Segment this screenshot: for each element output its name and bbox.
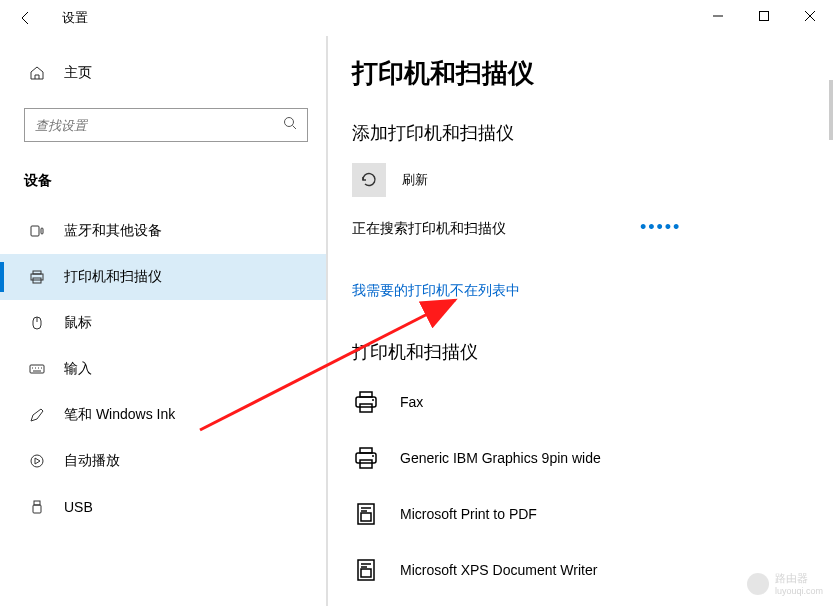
list-section-title: 打印机和扫描仪 bbox=[352, 340, 833, 364]
printer-icon bbox=[352, 444, 380, 472]
sidebar-item-mouse[interactable]: 鼠标 bbox=[0, 300, 326, 346]
svg-rect-5 bbox=[41, 228, 43, 234]
scrollbar-track[interactable] bbox=[829, 80, 833, 140]
sidebar: 主页 设备 蓝牙和其他设备 bbox=[0, 36, 328, 606]
refresh-label: 刷新 bbox=[402, 171, 428, 189]
svg-rect-1 bbox=[760, 12, 769, 21]
device-name: Microsoft XPS Document Writer bbox=[400, 562, 597, 578]
printer-icon bbox=[28, 269, 46, 285]
minimize-button[interactable] bbox=[695, 0, 741, 32]
mouse-icon bbox=[28, 315, 46, 331]
pen-icon bbox=[28, 407, 46, 423]
svg-rect-26 bbox=[360, 460, 372, 468]
home-nav[interactable]: 主页 bbox=[0, 54, 326, 92]
sidebar-item-pen[interactable]: 笔和 Windows Ink bbox=[0, 392, 326, 438]
search-box[interactable] bbox=[24, 108, 308, 142]
titlebar: 设置 bbox=[0, 0, 833, 36]
watermark-icon bbox=[747, 573, 769, 595]
svg-rect-19 bbox=[33, 505, 41, 513]
sidebar-item-label: 打印机和扫描仪 bbox=[64, 268, 162, 286]
watermark: 路由器 luyouqi.com bbox=[747, 571, 823, 596]
usb-icon bbox=[28, 499, 46, 515]
device-item[interactable]: Microsoft Print to PDF bbox=[352, 494, 833, 534]
progress-dots: ••••• bbox=[640, 217, 682, 238]
sidebar-item-label: 输入 bbox=[64, 360, 92, 378]
svg-point-27 bbox=[372, 455, 374, 457]
search-icon bbox=[283, 116, 297, 134]
sidebar-section-header: 设备 bbox=[0, 166, 326, 208]
device-list: Fax Generic IBM Graphics 9pin wide Micro… bbox=[352, 382, 833, 590]
window-controls bbox=[695, 0, 833, 32]
sidebar-item-usb[interactable]: USB bbox=[0, 484, 326, 530]
searching-row: 正在搜索打印机和扫描仪 ••••• bbox=[352, 217, 833, 238]
svg-rect-4 bbox=[31, 226, 39, 236]
searching-text: 正在搜索打印机和扫描仪 bbox=[352, 220, 506, 236]
sidebar-item-label: 蓝牙和其他设备 bbox=[64, 222, 162, 240]
bluetooth-icon bbox=[28, 223, 46, 239]
svg-point-2 bbox=[285, 118, 294, 127]
page-title: 打印机和扫描仪 bbox=[352, 56, 833, 91]
svg-point-17 bbox=[31, 455, 43, 467]
watermark-sub: luyouqi.com bbox=[775, 586, 823, 596]
doc-printer-icon bbox=[352, 500, 380, 528]
content-area: 打印机和扫描仪 添加打印机和扫描仪 刷新 正在搜索打印机和扫描仪 ••••• 我… bbox=[328, 36, 833, 606]
device-name: Fax bbox=[400, 394, 423, 410]
refresh-icon bbox=[360, 171, 378, 189]
device-name: Microsoft Print to PDF bbox=[400, 506, 537, 522]
maximize-button[interactable] bbox=[741, 0, 787, 32]
svg-rect-22 bbox=[360, 404, 372, 412]
sidebar-item-bluetooth[interactable]: 蓝牙和其他设备 bbox=[0, 208, 326, 254]
svg-rect-29 bbox=[361, 513, 371, 521]
doc-printer-icon bbox=[352, 556, 380, 584]
add-section-title: 添加打印机和扫描仪 bbox=[352, 121, 833, 145]
autoplay-icon bbox=[28, 453, 46, 469]
home-label: 主页 bbox=[64, 64, 92, 82]
svg-rect-25 bbox=[356, 453, 376, 463]
svg-rect-18 bbox=[34, 501, 40, 505]
svg-rect-21 bbox=[356, 397, 376, 407]
nav-list: 蓝牙和其他设备 打印机和扫描仪 鼠标 输入 bbox=[0, 208, 326, 530]
svg-line-3 bbox=[293, 126, 297, 130]
home-icon bbox=[28, 65, 46, 81]
svg-rect-33 bbox=[361, 569, 371, 577]
sidebar-item-label: USB bbox=[64, 499, 93, 515]
app-title: 设置 bbox=[62, 9, 88, 27]
device-item[interactable]: Generic IBM Graphics 9pin wide bbox=[352, 438, 833, 478]
sidebar-item-printers[interactable]: 打印机和扫描仪 bbox=[0, 254, 326, 300]
close-button[interactable] bbox=[787, 0, 833, 32]
sidebar-item-autoplay[interactable]: 自动播放 bbox=[0, 438, 326, 484]
sidebar-item-label: 自动播放 bbox=[64, 452, 120, 470]
svg-point-23 bbox=[372, 399, 374, 401]
watermark-text: 路由器 bbox=[775, 571, 823, 586]
sidebar-item-label: 笔和 Windows Ink bbox=[64, 406, 175, 424]
svg-rect-11 bbox=[30, 365, 44, 373]
device-item[interactable]: Fax bbox=[352, 382, 833, 422]
keyboard-icon bbox=[28, 361, 46, 377]
refresh-row: 刷新 bbox=[352, 163, 833, 197]
device-name: Generic IBM Graphics 9pin wide bbox=[400, 450, 601, 466]
search-input[interactable] bbox=[35, 118, 283, 133]
sidebar-item-label: 鼠标 bbox=[64, 314, 92, 332]
printer-not-listed-link[interactable]: 我需要的打印机不在列表中 bbox=[352, 282, 520, 300]
refresh-button[interactable] bbox=[352, 163, 386, 197]
printer-icon bbox=[352, 388, 380, 416]
sidebar-item-typing[interactable]: 输入 bbox=[0, 346, 326, 392]
back-button[interactable] bbox=[14, 6, 38, 30]
